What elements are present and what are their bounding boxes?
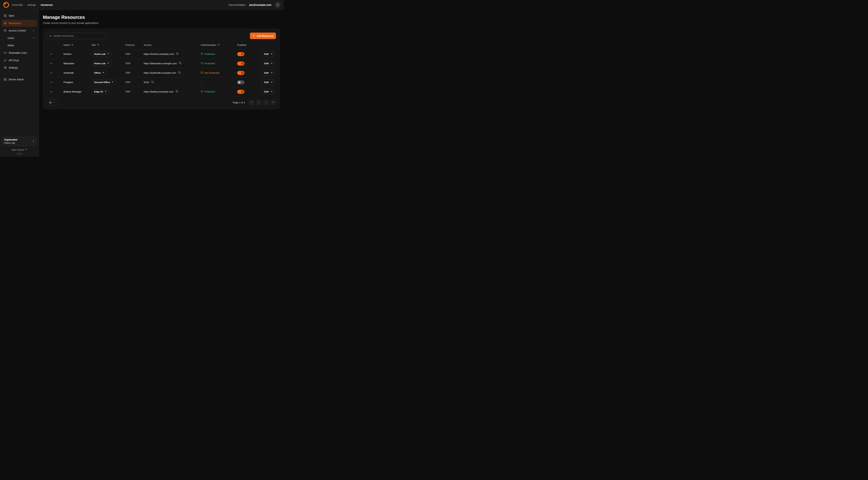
authentication-label: Not Protected bbox=[205, 71, 219, 74]
access-cell: https://authentik.example.com bbox=[144, 71, 201, 75]
header-name[interactable]: Name bbox=[63, 43, 92, 46]
edit-label: Edit bbox=[264, 53, 269, 55]
chevron-down-icon bbox=[32, 29, 35, 32]
enabled-toggle[interactable] bbox=[237, 71, 244, 75]
sidebar-item-users[interactable]: Users bbox=[2, 35, 37, 41]
sidebar-item-server-admin[interactable]: Server Admin bbox=[2, 76, 37, 83]
sidebar-item-resources[interactable]: Resources bbox=[2, 20, 37, 27]
sidebar-item-shareable-links[interactable]: Shareable Links bbox=[2, 50, 37, 56]
breadcrumb-home-lab[interactable]: home-lab bbox=[12, 3, 23, 6]
row-menu-button[interactable] bbox=[49, 52, 54, 57]
row-menu-button[interactable] bbox=[49, 80, 54, 85]
enabled-cell bbox=[237, 90, 259, 94]
arrow-right-icon bbox=[270, 81, 273, 84]
sort-icon bbox=[97, 43, 99, 46]
page-size-select[interactable]: 20 bbox=[47, 99, 58, 106]
organization-value: Home Lab bbox=[4, 142, 18, 144]
enabled-toggle[interactable] bbox=[237, 80, 244, 84]
organization-selector[interactable]: Organization Home Lab bbox=[2, 137, 37, 146]
arrow-right-icon bbox=[270, 62, 273, 65]
ellipsis-icon bbox=[50, 62, 53, 65]
key-icon bbox=[4, 59, 7, 62]
toggle-knob bbox=[238, 81, 241, 84]
edit-cell: Edit bbox=[262, 80, 276, 85]
row-menu-button[interactable] bbox=[49, 61, 54, 66]
site-link-button[interactable]: Second Office bbox=[92, 80, 116, 85]
plus-icon bbox=[253, 34, 255, 37]
resource-name: Authentik bbox=[63, 71, 92, 74]
page-subtitle: Create secure proxies to your private ap… bbox=[43, 22, 280, 24]
site-name: Office bbox=[94, 71, 101, 74]
row-menu-button[interactable] bbox=[49, 70, 54, 75]
sidebar-item-roles[interactable]: Roles bbox=[2, 42, 37, 49]
sidebar-item-label: API Keys bbox=[9, 59, 19, 62]
edit-label: Edit bbox=[264, 81, 269, 84]
edit-cell: Edit bbox=[262, 51, 276, 57]
header-enabled: Enabled bbox=[237, 43, 259, 46]
copy-button[interactable] bbox=[176, 52, 179, 56]
enabled-toggle[interactable] bbox=[237, 90, 244, 94]
access-cell: https://battery.example.com bbox=[144, 90, 201, 94]
sidebar-item-api-keys[interactable]: API Keys bbox=[2, 57, 37, 64]
next-page-button[interactable] bbox=[263, 100, 269, 105]
edit-button[interactable]: Edit bbox=[262, 70, 275, 76]
first-page-button[interactable] bbox=[249, 100, 254, 105]
ellipsis-icon bbox=[50, 81, 53, 84]
breadcrumb: home-lab settings resources bbox=[12, 3, 53, 6]
site-link-button[interactable]: Office bbox=[92, 70, 107, 76]
open-source-link[interactable]: Open Source bbox=[11, 148, 27, 151]
access-cell: 5432 bbox=[144, 80, 201, 84]
shield-check-icon bbox=[201, 62, 203, 65]
previous-page-button[interactable] bbox=[256, 100, 261, 105]
edit-button[interactable]: Edit bbox=[262, 89, 275, 95]
copy-button[interactable] bbox=[178, 71, 181, 75]
site-link-button[interactable]: Home Lab bbox=[92, 61, 112, 66]
sidebar-item-access-control[interactable]: Access Control bbox=[2, 27, 37, 34]
breadcrumb-resources[interactable]: resources bbox=[41, 3, 53, 6]
sort-icon bbox=[71, 43, 73, 46]
shield-off-icon bbox=[201, 71, 203, 74]
authentication-status: Not Protected bbox=[201, 71, 237, 74]
site-link-button[interactable]: Home Lab bbox=[92, 51, 112, 57]
enabled-cell bbox=[237, 62, 259, 65]
row-menu-button[interactable] bbox=[49, 89, 54, 94]
copy-button[interactable] bbox=[151, 80, 154, 84]
sidebar-item-sites[interactable]: Sites bbox=[2, 12, 37, 19]
avatar[interactable]: J bbox=[275, 2, 280, 8]
edit-button[interactable]: Edit bbox=[262, 51, 275, 57]
header-site[interactable]: Site bbox=[92, 43, 125, 46]
site-link-button[interactable]: Edge 01 bbox=[92, 89, 109, 94]
search-input[interactable] bbox=[54, 34, 104, 37]
pangolin-logo-icon[interactable] bbox=[3, 2, 9, 8]
enabled-cell bbox=[237, 71, 259, 75]
table-row: Bitwarden Home Lab TCP https://bitwarden… bbox=[47, 59, 276, 68]
site-cell: Second Office bbox=[92, 80, 125, 85]
header-authentication[interactable]: Authentication bbox=[201, 43, 237, 46]
edit-label: Edit bbox=[264, 71, 269, 74]
sidebar-item-label: Shareable Links bbox=[9, 51, 27, 54]
last-page-button[interactable] bbox=[271, 100, 276, 105]
edit-button[interactable]: Edit bbox=[262, 61, 275, 66]
arrow-right-icon bbox=[270, 53, 273, 56]
search-icon bbox=[49, 34, 52, 37]
enabled-toggle[interactable] bbox=[237, 62, 244, 65]
authentication-status: Protected bbox=[201, 90, 237, 93]
sidebar-item-settings[interactable]: Settings bbox=[2, 64, 37, 71]
copy-button[interactable] bbox=[179, 62, 182, 65]
breadcrumb-settings[interactable]: settings bbox=[27, 3, 36, 6]
user-email[interactable]: joe@example.com bbox=[249, 3, 272, 6]
table-row: Authentik Office TCP https://authentik.e… bbox=[47, 68, 276, 78]
ellipsis-icon bbox=[50, 90, 53, 93]
table-row: Immich Home Lab TCP https://immich.examp… bbox=[47, 49, 276, 59]
users-icon bbox=[4, 29, 7, 32]
enabled-toggle[interactable] bbox=[237, 52, 244, 56]
add-resource-button[interactable]: Add Resource bbox=[250, 33, 276, 39]
resource-name: Postgres bbox=[63, 81, 92, 84]
page-size-value: 20 bbox=[49, 101, 52, 104]
documentation-link[interactable]: Documentation bbox=[228, 3, 246, 6]
authentication-status: - bbox=[201, 81, 237, 84]
toggle-knob bbox=[241, 71, 244, 74]
topbar-right: Documentation joe@example.com J bbox=[228, 2, 280, 8]
edit-button[interactable]: Edit bbox=[262, 80, 275, 85]
copy-button[interactable] bbox=[175, 90, 179, 94]
